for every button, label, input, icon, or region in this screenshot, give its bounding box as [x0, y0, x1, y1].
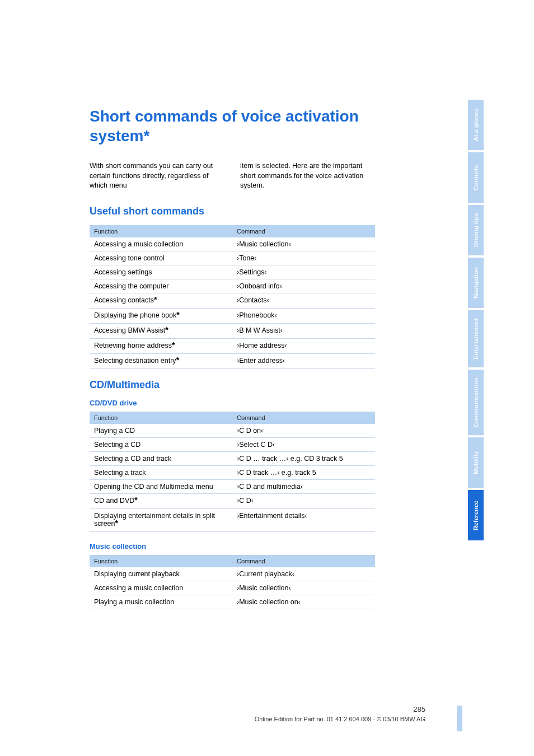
cell-command: ›C D and multimedia‹: [232, 479, 375, 493]
col-command: Command: [232, 555, 375, 567]
table-row: Playing a music collection›Music collect…: [90, 595, 375, 609]
subsection-cd-dvd-drive: CD/DVD drive: [90, 399, 375, 407]
cell-function: Playing a CD: [90, 424, 232, 438]
asterisk-icon: *: [115, 519, 118, 528]
table-row: Accessing a music collection›Music colle…: [90, 237, 375, 251]
section-useful-short-commands: Useful short commands: [90, 206, 375, 217]
side-tabs: At a glanceControlsDriving tipsNavigatio…: [468, 100, 484, 543]
cell-command: ›Music collection on‹: [232, 595, 375, 609]
cell-command: ›Settings‹: [232, 265, 375, 279]
cell-command: ›Current playback‹: [232, 567, 375, 581]
asterisk-icon: *: [165, 325, 168, 334]
subsection-music-collection: Music collection: [90, 542, 375, 550]
table-row: Accessing settings›Settings‹: [90, 265, 375, 279]
cell-function: Displaying the phone book*: [90, 308, 232, 323]
cell-function: Opening the CD and Multimedia menu: [90, 479, 232, 493]
cell-command: ›Tone‹: [232, 251, 375, 265]
cell-function: Playing a music collection: [90, 595, 232, 609]
tab-at-a-glance[interactable]: At a glance: [468, 100, 484, 150]
cell-function: Displaying current playback: [90, 567, 232, 581]
intro-left: With short commands you can carry out ce…: [90, 161, 224, 191]
asterisk-icon: *: [172, 340, 175, 349]
cell-command: ›C D on‹: [232, 424, 375, 438]
col-command: Command: [232, 412, 375, 424]
cell-command: ›Onboard info‹: [232, 279, 375, 293]
table-row: Accessing the computer›Onboard info‹: [90, 279, 375, 293]
tab-driving-tips[interactable]: Driving tips: [468, 205, 484, 255]
table-music-collection: Function Command Displaying current play…: [90, 555, 375, 609]
table-useful-commands: Function Command Accessing a music colle…: [90, 225, 375, 369]
table-row: CD and DVD*›C D‹: [90, 493, 375, 508]
tab-reference[interactable]: Reference: [468, 490, 484, 540]
cell-function: Accessing contacts*: [90, 293, 232, 308]
tab-entertainment[interactable]: Entertainment: [468, 310, 484, 367]
cell-function: Accessing settings: [90, 265, 232, 279]
tab-mobility[interactable]: Mobility: [468, 437, 484, 488]
cell-command: ›C D‹: [232, 493, 375, 508]
table-row: Selecting a track›C D track …‹ e.g. trac…: [90, 465, 375, 479]
asterisk-icon: *: [176, 356, 179, 365]
table-row: Opening the CD and Multimedia menu›C D a…: [90, 479, 375, 493]
tab-navigation[interactable]: Navigation: [468, 258, 484, 308]
intro-right: item is selected. Here are the important…: [240, 161, 375, 191]
cell-function: Retrieving home address*: [90, 338, 232, 353]
table-row: Selecting a CD›Select C D‹: [90, 437, 375, 451]
asterisk-icon: *: [176, 310, 179, 319]
asterisk-icon: *: [154, 295, 157, 304]
intro-text: With short commands you can carry out ce…: [90, 161, 375, 191]
tbody-useful: Accessing a music collection›Music colle…: [90, 237, 375, 369]
cell-command: ›Home address‹: [232, 338, 375, 353]
cell-command: ›Phonebook‹: [232, 308, 375, 323]
cell-function: Selecting a CD and track: [90, 451, 232, 465]
table-row: Accessing tone control›Tone‹: [90, 251, 375, 265]
cell-command: ›Music collection‹: [232, 237, 375, 251]
cell-function: Accessing a music collection: [90, 581, 232, 595]
col-function: Function: [90, 225, 232, 237]
tbody-cddvd: Playing a CD›C D on‹Selecting a CD›Selec…: [90, 424, 375, 532]
asterisk-icon: *: [134, 496, 137, 505]
table-row: Displaying the phone book*›Phonebook‹: [90, 308, 375, 323]
footer-line: Online Edition for Part no. 01 41 2 604 …: [255, 716, 425, 722]
cell-command: ›B M W Assist‹: [232, 323, 375, 338]
cell-function: Accessing BMW Assist*: [90, 323, 232, 338]
page-title: Short commands of voice activation syste…: [90, 106, 375, 146]
cell-function: Displaying entertainment details in spli…: [90, 508, 232, 531]
table-row: Selecting destination entry*›Enter addre…: [90, 353, 375, 368]
col-command: Command: [232, 225, 375, 237]
table-row: Accessing BMW Assist*›B M W Assist‹: [90, 323, 375, 338]
cell-command: ›Entertainment details‹: [232, 508, 375, 531]
table-row: Accessing contacts*›Contacts‹: [90, 293, 375, 308]
cell-function: Selecting destination entry*: [90, 353, 232, 368]
table-cd-dvd: Function Command Playing a CD›C D on‹Sel…: [90, 412, 375, 532]
table-row: Displaying entertainment details in spli…: [90, 508, 375, 531]
cell-command: ›C D … track …‹ e.g. CD 3 track 5: [232, 451, 375, 465]
table-row: Displaying current playback›Current play…: [90, 567, 375, 581]
cell-function: Accessing a music collection: [90, 237, 232, 251]
page-number: 285: [90, 705, 425, 713]
tab-controls[interactable]: Controls: [468, 152, 484, 203]
page-footer: 285 Online Edition for Part no. 01 41 2 …: [90, 705, 425, 722]
table-row: Selecting a CD and track›C D … track …‹ …: [90, 451, 375, 465]
table-row: Retrieving home address*›Home address‹: [90, 338, 375, 353]
tab-communications[interactable]: Communications: [468, 370, 484, 435]
col-function: Function: [90, 412, 232, 424]
cell-command: ›Enter address‹: [232, 353, 375, 368]
cell-function: Accessing tone control: [90, 251, 232, 265]
table-row: Accessing a music collection›Music colle…: [90, 581, 375, 595]
cell-function: Selecting a track: [90, 465, 232, 479]
cell-command: ›Contacts‹: [232, 293, 375, 308]
table-row: Playing a CD›C D on‹: [90, 424, 375, 438]
cell-command: ›C D track …‹ e.g. track 5: [232, 465, 375, 479]
cell-function: Accessing the computer: [90, 279, 232, 293]
cell-function: CD and DVD*: [90, 493, 232, 508]
tbody-music: Displaying current playback›Current play…: [90, 567, 375, 609]
col-function: Function: [90, 555, 232, 567]
cell-function: Selecting a CD: [90, 437, 232, 451]
section-cd-multimedia: CD/Multimedia: [90, 379, 375, 391]
cell-command: ›Select C D‹: [232, 437, 375, 451]
footer-accent-bar: [457, 706, 462, 731]
cell-command: ›Music collection‹: [232, 581, 375, 595]
